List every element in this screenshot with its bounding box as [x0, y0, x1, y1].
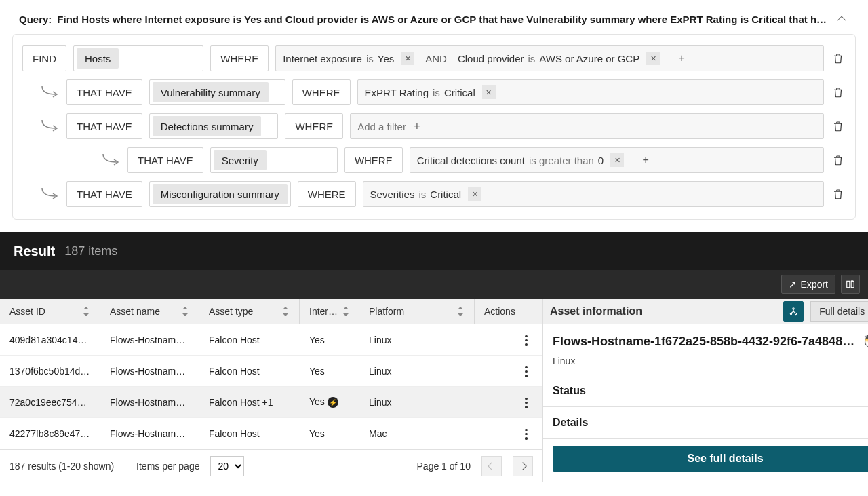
svg-point-4 — [795, 313, 797, 314]
items-per-page-select[interactable]: 20 — [210, 456, 244, 476]
delete-row-icon[interactable] — [831, 119, 846, 134]
result-header: Result 187 items — [0, 232, 868, 270]
row-actions-menu-icon[interactable] — [519, 393, 533, 413]
indent-arrow — [22, 119, 60, 134]
that-have-kw: THAT HAVE — [127, 147, 203, 173]
col-header-asset-id[interactable]: Asset ID — [0, 299, 100, 324]
entity-chip[interactable]: Severity — [214, 150, 267, 170]
row-actions-menu-icon[interactable] — [519, 424, 533, 444]
sort-icon[interactable] — [181, 307, 189, 316]
sort-icon[interactable] — [281, 307, 290, 316]
pagination: 187 results (1-20 shown) Items per page … — [0, 449, 542, 482]
filter-field: ExPRT Rating — [365, 87, 429, 98]
see-full-details-button[interactable]: See full details — [553, 446, 868, 472]
filter-val: 0 — [598, 155, 604, 166]
next-page-button[interactable] — [513, 456, 533, 476]
add-filter-icon[interactable] — [639, 153, 652, 167]
filter-box[interactable]: Critical detections count is greater tha… — [410, 147, 824, 173]
where-kw: WHERE — [344, 147, 403, 173]
cell-asset-type: Falcon Host +1 — [199, 397, 300, 408]
cell-platform: Linux — [359, 397, 475, 408]
cell-platform: Linux — [359, 366, 475, 377]
entity-select[interactable]: Misconfiguration summary — [149, 181, 291, 207]
col-header-asset-name[interactable]: Asset name — [100, 299, 199, 324]
col-header-actions: Actions — [475, 299, 542, 324]
entity-select[interactable]: Detections summary — [149, 113, 279, 139]
delete-row-icon[interactable] — [831, 153, 846, 168]
page-indicator: Page 1 of 10 — [417, 461, 471, 472]
col-header-asset-type[interactable]: Asset type — [199, 299, 300, 324]
asset-head: Flows-Hostname-1f672a25-858b-4432-92f6-7… — [543, 324, 868, 356]
sort-icon[interactable] — [342, 307, 349, 316]
query-text: Find Hosts where Internet exposure is Ye… — [57, 14, 830, 25]
cell-platform: Mac — [359, 428, 475, 439]
accordion-status[interactable]: Status — [543, 375, 868, 407]
result-title: Result — [14, 244, 55, 259]
linux-icon: 🐧 — [861, 334, 868, 349]
filter-op: is — [528, 53, 536, 64]
indent-arrow — [22, 153, 121, 168]
cell-asset-id: 409d81a304c146… — [0, 335, 100, 345]
table-header: Asset ID Asset name Asset type Inter… Pl… — [0, 299, 542, 324]
export-button[interactable]: Export — [781, 275, 835, 294]
sort-icon[interactable] — [456, 307, 465, 316]
row-actions-menu-icon[interactable] — [519, 330, 533, 351]
table-row[interactable]: 1370f6bc50b14dd…Flows-Hostname-…Falcon H… — [0, 356, 542, 387]
col-header-platform[interactable]: Platform — [359, 299, 475, 324]
cell-actions — [475, 328, 542, 351]
export-label: Export — [801, 279, 828, 290]
filter-box[interactable]: Internet exposure is Yes AND Cloud provi… — [275, 45, 824, 71]
cell-internet: Yes — [300, 335, 359, 345]
table-row[interactable]: 409d81a304c146…Flows-Hostname-…Falcon Ho… — [0, 324, 542, 356]
graph-view-icon[interactable] — [783, 301, 804, 322]
that-have-kw: THAT HAVE — [66, 113, 142, 139]
filter-box[interactable]: Severities is Critical — [363, 181, 824, 207]
full-details-button[interactable]: Full details — [810, 301, 868, 322]
builder-row: THAT HAVE Severity WHERE Critical detect… — [22, 147, 846, 173]
cell-asset-name: Flows-Hostname-… — [100, 428, 199, 439]
add-filter-icon[interactable] — [410, 119, 424, 133]
svg-point-2 — [793, 307, 794, 309]
collapse-query-icon[interactable] — [835, 12, 849, 26]
entity-select[interactable]: Severity — [210, 147, 338, 173]
where-kw: WHERE — [298, 181, 356, 207]
table-row[interactable]: 72a0c19eec754ed…Flows-Hostname-…Falcon H… — [0, 387, 542, 418]
filter-box[interactable]: Add a filter — [350, 113, 824, 139]
results-summary: 187 results (1-20 shown) — [9, 461, 114, 472]
row-actions-menu-icon[interactable] — [519, 362, 533, 382]
query-label: Query: — [19, 14, 52, 25]
results-table-pane: Asset ID Asset name Asset type Inter… Pl… — [0, 299, 543, 482]
col-header-internet[interactable]: Inter… — [300, 299, 359, 324]
delete-row-icon[interactable] — [831, 85, 846, 100]
where-kw: WHERE — [285, 113, 343, 139]
indent-arrow — [22, 187, 60, 202]
entity-chip[interactable]: Vulnerability summary — [153, 82, 269, 102]
remove-filter-icon[interactable] — [610, 153, 624, 167]
remove-filter-icon[interactable] — [646, 52, 660, 65]
entity-chip[interactable]: Hosts — [77, 48, 119, 69]
sort-icon[interactable] — [82, 307, 90, 316]
columns-icon[interactable] — [841, 275, 860, 294]
table-row[interactable]: 42277fb8c89e47c…Flows-Hostname-…Falcon H… — [0, 418, 542, 449]
delete-row-icon[interactable] — [831, 187, 846, 202]
prev-page-button[interactable] — [481, 456, 502, 476]
entity-select[interactable]: Vulnerability summary — [149, 79, 285, 105]
accordion-details[interactable]: Details — [543, 407, 868, 439]
remove-filter-icon[interactable] — [401, 52, 414, 65]
delete-row-icon[interactable] — [831, 51, 846, 66]
builder-row: THAT HAVE Detections summary WHERE Add a… — [22, 113, 846, 139]
remove-filter-icon[interactable] — [482, 85, 496, 99]
cell-asset-name: Flows-Hostname-… — [100, 397, 199, 408]
svg-rect-1 — [851, 281, 854, 287]
entity-select[interactable]: Hosts — [73, 45, 203, 71]
side-title: Asset information — [550, 305, 776, 318]
entity-chip[interactable]: Detections summary — [153, 116, 262, 136]
filter-field: Cloud provider — [458, 53, 524, 64]
add-filter-icon[interactable] — [675, 52, 688, 65]
remove-filter-icon[interactable] — [468, 187, 481, 201]
cell-actions — [475, 360, 542, 382]
filter-op: is greater than — [529, 155, 594, 166]
entity-chip[interactable]: Misconfiguration summary — [153, 184, 288, 204]
filter-box[interactable]: ExPRT Rating is Critical — [357, 79, 824, 105]
side-header: Asset information Full details — [543, 299, 868, 324]
